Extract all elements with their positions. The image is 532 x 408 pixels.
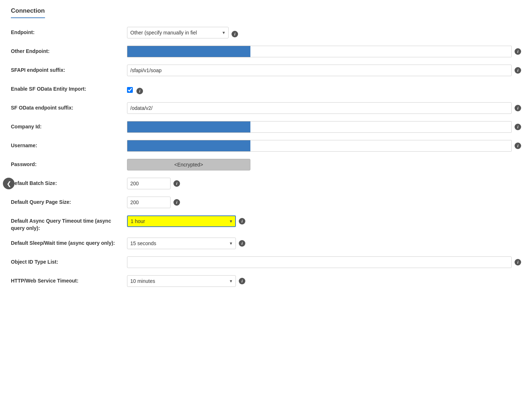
username-input-group (127, 140, 512, 152)
http-timeout-select-wrap: 10 minutes 5 minutes 30 minutes 1 hour ▼ (127, 275, 236, 287)
async-timeout-control: 1 hour 2 hours 4 hours 8 hours 30 minute… (127, 215, 521, 227)
batch-size-row: Default Batch Size: i (11, 178, 521, 191)
other-endpoint-info-icon[interactable]: i (515, 48, 521, 55)
async-timeout-select[interactable]: 1 hour 2 hours 4 hours 8 hours 30 minute… (127, 215, 236, 227)
sf-odata-suffix-info-icon[interactable]: i (515, 105, 521, 111)
object-id-type-row: Object ID Type List: i (11, 256, 521, 269)
query-page-size-control: i (127, 197, 521, 208)
object-id-type-label: Object ID Type List: (11, 256, 127, 266)
endpoint-label: Endpoint: (11, 27, 127, 36)
http-timeout-row: HTTP/Web Service Timeout: 10 minutes 5 m… (11, 275, 521, 288)
company-id-row: Company Id: i (11, 121, 521, 134)
sleep-wait-info-icon[interactable]: i (239, 240, 245, 247)
password-row: Password: <Encrypted> (11, 159, 521, 172)
company-id-input-group (127, 121, 512, 133)
sf-odata-import-info-icon[interactable]: i (136, 88, 143, 94)
sf-odata-suffix-control: i (127, 102, 521, 114)
sf-odata-import-label: Enable SF OData Entity Import: (11, 83, 127, 93)
async-timeout-select-wrap: 1 hour 2 hours 4 hours 8 hours 30 minute… (127, 215, 236, 227)
sfapi-suffix-label: SFAPI endpoint suffix: (11, 65, 127, 74)
endpoint-select[interactable]: Other (specify manually in fiel Producti… (127, 27, 229, 38)
http-timeout-label: HTTP/Web Service Timeout: (11, 275, 127, 285)
endpoint-control: Other (specify manually in fiel Producti… (127, 27, 521, 38)
query-page-size-info-icon[interactable]: i (173, 199, 180, 206)
query-page-size-row: Default Query Page Size: i (11, 197, 521, 210)
sf-odata-suffix-label: SF OData endpoint suffix: (11, 102, 127, 112)
sleep-wait-row: Default Sleep/Wait time (async query onl… (11, 238, 521, 251)
endpoint-info-icon[interactable]: i (232, 31, 238, 37)
section-title: Connection (11, 7, 45, 18)
object-id-type-info-icon[interactable]: i (515, 259, 521, 265)
sf-odata-suffix-row: SF OData endpoint suffix: i (11, 102, 521, 115)
other-endpoint-row: Other Endpoint: i (11, 46, 521, 59)
sleep-wait-select[interactable]: 15 seconds 30 seconds 1 minute 5 minutes (127, 238, 236, 249)
username-input[interactable] (250, 140, 512, 152)
sf-odata-suffix-input[interactable] (127, 102, 512, 114)
endpoint-select-wrap: Other (specify manually in fiel Producti… (127, 27, 229, 38)
username-info-icon[interactable]: i (515, 143, 521, 149)
async-timeout-row: Default Async Query Timeout time (async … (11, 215, 521, 232)
other-endpoint-input-group (127, 46, 512, 57)
back-icon: ❮ (7, 180, 11, 187)
password-label: Password: (11, 159, 127, 168)
sfapi-suffix-input[interactable] (127, 65, 512, 76)
company-id-info-icon[interactable]: i (515, 124, 521, 130)
username-blue-block (127, 140, 250, 152)
back-button[interactable]: ❮ (3, 178, 15, 189)
sleep-wait-label: Default Sleep/Wait time (async query onl… (11, 238, 127, 247)
batch-size-label: Default Batch Size: (11, 178, 127, 187)
sleep-wait-control: 15 seconds 30 seconds 1 minute 5 minutes… (127, 238, 521, 249)
async-timeout-label: Default Async Query Timeout time (async … (11, 215, 127, 232)
company-id-control: i (127, 121, 521, 133)
http-timeout-control: 10 minutes 5 minutes 30 minutes 1 hour ▼… (127, 275, 521, 287)
http-timeout-info-icon[interactable]: i (239, 278, 245, 284)
sf-odata-import-control: i (127, 83, 521, 94)
sleep-wait-select-wrap: 15 seconds 30 seconds 1 minute 5 minutes… (127, 238, 236, 249)
async-timeout-info-icon[interactable]: i (239, 218, 245, 224)
sfapi-suffix-info-icon[interactable]: i (515, 67, 521, 74)
company-id-blue-block (127, 121, 250, 133)
username-label: Username: (11, 140, 127, 149)
batch-size-info-icon[interactable]: i (173, 180, 180, 187)
username-control: i (127, 140, 521, 152)
sf-odata-import-checkbox[interactable] (127, 87, 133, 93)
password-encrypted-field: <Encrypted> (127, 159, 250, 170)
batch-size-input[interactable] (127, 178, 171, 189)
http-timeout-select[interactable]: 10 minutes 5 minutes 30 minutes 1 hour (127, 275, 236, 287)
other-endpoint-input[interactable] (250, 46, 512, 57)
sfapi-suffix-row: SFAPI endpoint suffix: i (11, 65, 521, 78)
endpoint-row: Endpoint: Other (specify manually in fie… (11, 27, 521, 40)
username-row: Username: i (11, 140, 521, 153)
query-page-size-input[interactable] (127, 197, 171, 208)
company-id-label: Company Id: (11, 121, 127, 131)
other-endpoint-blue-block (127, 46, 250, 57)
batch-size-control: i (127, 178, 521, 189)
object-id-type-input[interactable] (127, 256, 512, 268)
other-endpoint-label: Other Endpoint: (11, 46, 127, 55)
query-page-size-label: Default Query Page Size: (11, 197, 127, 206)
password-control: <Encrypted> (127, 159, 521, 170)
sf-odata-import-row: Enable SF OData Entity Import: i (11, 83, 521, 96)
company-id-input[interactable] (250, 121, 512, 133)
object-id-type-control: i (127, 256, 521, 268)
sfapi-suffix-control: i (127, 65, 521, 76)
other-endpoint-control: i (127, 46, 521, 57)
